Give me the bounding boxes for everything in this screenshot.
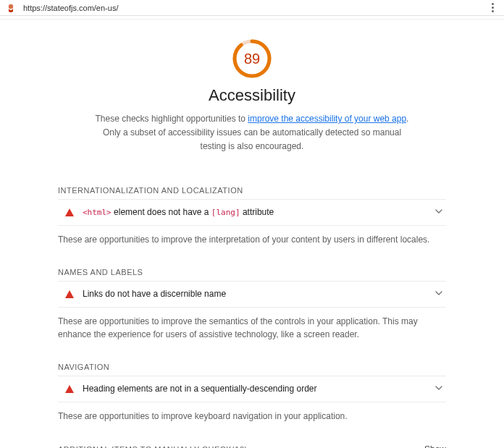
intro-text-pre: These checks highlight opportunities to [96,114,248,124]
audit-text-mid: element does not have a [112,207,211,217]
audit-code-html: <html> [83,208,112,217]
fail-icon [65,208,74,216]
section-header-intl: INTERNATIONALIZATION AND LOCALIZATION [58,182,446,200]
fail-icon [65,290,74,298]
category-title: Accessibility [209,86,295,105]
audit-link-name[interactable]: Links do not have a discernible name [58,282,446,308]
section-desc-intl: These are opportunities to improve the i… [58,226,446,263]
svg-marker-5 [65,385,74,393]
section-header-intl-label: INTERNATIONALIZATION AND LOCALIZATION [58,186,243,195]
category-intro: These checks highlight opportunities to … [93,112,411,154]
show-toggle-manual[interactable]: Show [424,444,446,448]
svg-marker-4 [65,290,74,298]
svg-point-0 [9,4,13,8]
section-header-nav-label: NAVIGATION [58,363,109,371]
section-header-manual[interactable]: ADDITIONAL ITEMS TO MANUALLY CHECK (10) … [58,440,446,448]
section-header-nav: NAVIGATION [58,358,446,376]
audit-title: Links do not have a discernible name [83,289,434,299]
chevron-down-icon [434,384,443,394]
score-gauge-section: 89 Accessibility These checks highlight … [58,38,446,172]
audit-html-lang[interactable]: <html> element does not have a [lang] at… [58,200,446,226]
section-desc-names: These are opportunities to improve the s… [58,308,446,358]
score-value: 89 [232,38,272,79]
browser-address-bar: https://stateofjs.com/en-us/ [0,0,504,16]
more-options-icon[interactable] [487,3,498,12]
audit-heading-order[interactable]: Heading elements are not in a sequential… [58,376,446,402]
section-desc-nav: These are opportunities to improve keybo… [58,402,446,440]
site-favicon [6,3,16,13]
audit-code-lang: [lang] [211,208,240,217]
section-header-manual-count: (10) [232,445,248,448]
section-header-names: NAMES AND LABELS [58,263,446,282]
svg-marker-3 [65,208,74,216]
intro-link-improve[interactable]: improve the accessibility of your web ap… [248,114,406,124]
chevron-down-icon [434,289,443,300]
section-header-names-label: NAMES AND LABELS [58,268,143,276]
section-header-manual-label: ADDITIONAL ITEMS TO MANUALLY CHECK [58,445,232,448]
score-gauge: 89 [232,38,272,79]
audit-title: <html> element does not have a [lang] at… [83,207,434,217]
url-text[interactable]: https://stateofjs.com/en-us/ [20,2,487,14]
chevron-down-icon [434,207,443,218]
fail-icon [65,385,74,393]
audit-text-post: attribute [240,207,274,217]
report-page: 89 Accessibility These checks highlight … [0,20,504,448]
audit-title: Heading elements are not in a sequential… [83,384,434,394]
